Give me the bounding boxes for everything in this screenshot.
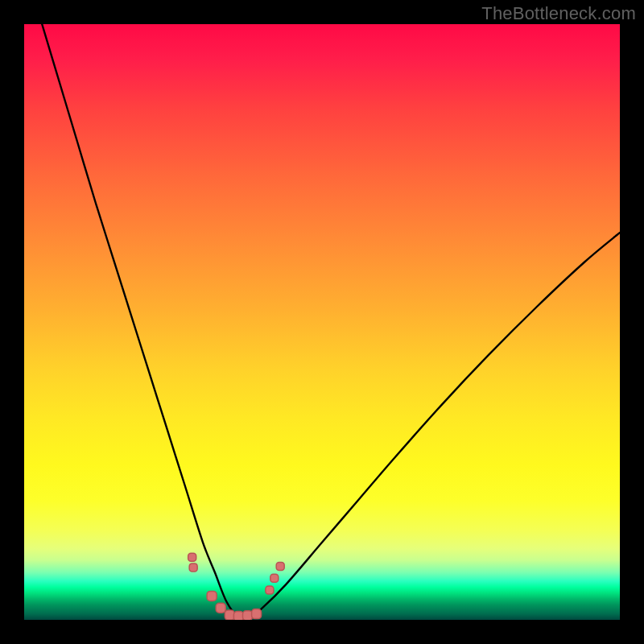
floor-marker [207,591,217,601]
floor-marker [216,603,225,613]
floor-marker [189,564,197,572]
floor-marker [243,611,253,620]
floor-markers-layer [188,553,285,620]
watermark-text: TheBottleneck.com [481,3,636,24]
outer-frame: TheBottleneck.com [0,0,644,644]
curve-layer [42,24,620,618]
floor-marker [252,609,262,619]
bottleneck-curve [42,24,620,618]
floor-marker [266,586,274,594]
floor-marker [188,553,196,561]
floor-marker [270,574,279,582]
floor-marker [225,610,234,620]
bottleneck-curve-svg [24,24,620,620]
floor-marker [276,562,284,570]
floor-marker [233,612,243,620]
plot-area [24,24,620,620]
